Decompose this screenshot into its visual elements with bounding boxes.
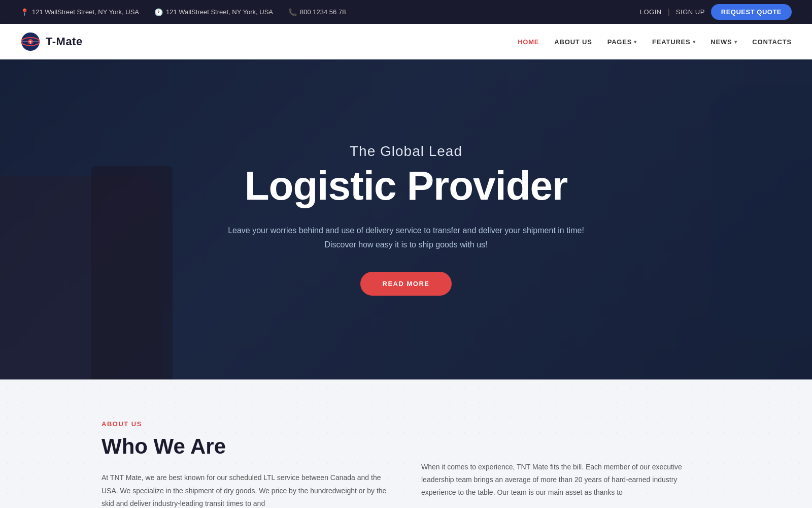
address2-text: 121 WallStreet Street, NY York, USA [166,8,273,16]
about-title: Who We Are [101,434,391,459]
hero-description: Leave your worries behind and use of del… [228,224,584,251]
nav-item-features[interactable]: FEATURES ▾ [652,38,695,46]
pages-chevron-icon: ▾ [634,39,637,45]
hero-cta-button[interactable]: READ MORE [360,272,452,296]
features-chevron-icon: ▾ [693,39,696,45]
about-section: ABOUT US Who We Are At TNT Mate, we are … [0,379,812,508]
about-right-column: When it comes to experience, TNT Mate fi… [421,420,710,508]
pin-icon: 📍 [20,8,29,16]
logo[interactable]: T T-Mate [20,31,83,52]
login-link[interactable]: LOGIN [640,8,662,16]
about-container: ABOUT US Who We Are At TNT Mate, we are … [101,420,710,508]
hero-desc-line1: Leave your worries behind and use of del… [228,226,584,235]
nav-link-contacts[interactable]: CONTACTS [752,38,792,46]
hero-title: Logistic Provider [228,164,584,208]
nav-item-about[interactable]: ABOUT US [554,37,592,46]
address1-item: 📍 121 WallStreet Street, NY York, USA [20,8,139,16]
logo-text: T-Mate [46,35,83,48]
navbar: T T-Mate HOME ABOUT US PAGES ▾ FEATURES … [0,24,812,59]
address1-text: 121 WallStreet Street, NY York, USA [32,8,139,16]
top-bar: 📍 121 WallStreet Street, NY York, USA 🕐 … [0,0,812,24]
nav-link-news[interactable]: NEWS ▾ [710,38,737,46]
address2-item: 🕐 121 WallStreet Street, NY York, USA [154,8,273,16]
hero-subtitle: The Global Lead [228,143,584,160]
nav-item-home[interactable]: HOME [518,37,539,46]
phone-icon: 📞 [288,8,297,16]
nav-item-contacts[interactable]: CONTACTS [752,37,792,46]
nav-link-features[interactable]: FEATURES ▾ [652,38,695,46]
news-chevron-icon: ▾ [734,39,737,45]
nav-link-about[interactable]: ABOUT US [554,38,592,46]
top-bar-right: LOGIN | SIGN UP REQUEST QUOTE [640,4,792,20]
about-col2-text: When it comes to experience, TNT Mate fi… [421,461,710,499]
divider: | [668,8,670,17]
phone-text: 800 1234 56 78 [300,8,346,16]
svg-text:T: T [29,41,32,44]
phone-item: 📞 800 1234 56 78 [288,8,346,16]
top-bar-left: 📍 121 WallStreet Street, NY York, USA 🕐 … [20,8,346,16]
hero-desc-line2: Discover how easy it is to ship goods wi… [324,240,487,249]
nav-link-home[interactable]: HOME [518,38,539,46]
nav-link-pages[interactable]: PAGES ▾ [607,38,637,46]
clock-icon: 🕐 [154,8,163,16]
logo-icon: T [20,31,41,52]
hero-content: The Global Lead Logistic Provider Leave … [218,143,594,295]
about-label: ABOUT US [101,420,391,428]
nav-item-news[interactable]: NEWS ▾ [710,38,737,46]
about-col1-text: At TNT Mate, we are best known for our s… [101,471,391,508]
about-left-column: ABOUT US Who We Are At TNT Mate, we are … [101,420,391,508]
signup-link[interactable]: SIGN UP [676,8,705,16]
request-quote-button[interactable]: REQUEST QUOTE [711,4,792,20]
nav-item-pages[interactable]: PAGES ▾ [607,38,637,46]
hero-section: The Global Lead Logistic Provider Leave … [0,59,812,379]
nav-links: HOME ABOUT US PAGES ▾ FEATURES ▾ NEWS ▾ … [518,37,792,46]
